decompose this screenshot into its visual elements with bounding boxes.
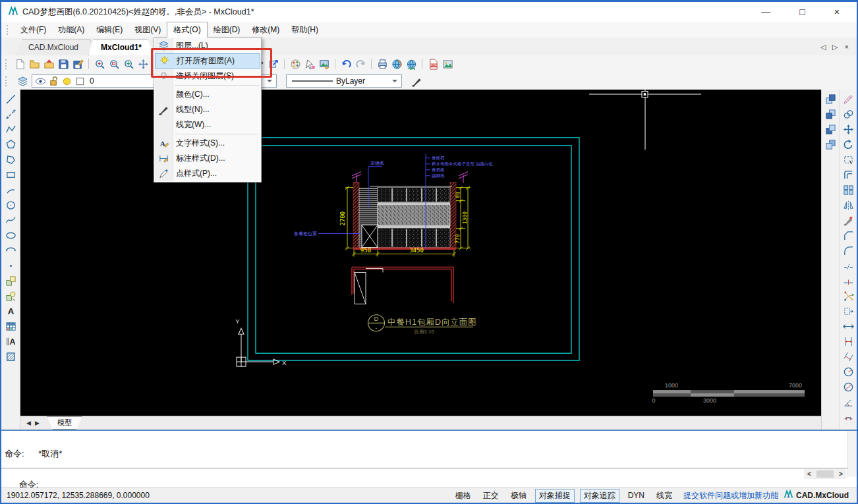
menu-format[interactable]: 格式(O)	[167, 22, 207, 38]
dim-diameter-icon[interactable]	[842, 380, 855, 393]
table-icon[interactable]	[4, 320, 17, 333]
fillet-icon[interactable]	[842, 244, 855, 257]
point-icon[interactable]	[4, 259, 17, 272]
linetype-select[interactable]: ByLayer	[286, 74, 402, 88]
tab-next-icon[interactable]: ▷	[832, 43, 838, 51]
export-icon[interactable]	[267, 57, 280, 70]
rectangle-icon[interactable]	[4, 168, 17, 181]
dim-aligned-icon[interactable]	[842, 350, 855, 363]
pointer-select-icon[interactable]	[303, 57, 316, 70]
zoom-extents-icon[interactable]	[122, 57, 135, 70]
menu-file[interactable]: 文件(F)	[14, 22, 52, 38]
web-refresh-icon[interactable]	[405, 57, 418, 70]
draw-order-front-icon[interactable]	[824, 92, 837, 105]
menu-edit[interactable]: 编辑(E)	[90, 22, 129, 38]
polyline-icon[interactable]	[4, 123, 17, 136]
draw-order-above-icon[interactable]	[824, 123, 837, 136]
toggle-ortho[interactable]: 正交	[480, 490, 502, 502]
match-properties-icon[interactable]	[842, 213, 855, 227]
image-export-icon[interactable]	[441, 57, 454, 70]
zoom-window-icon[interactable]	[107, 57, 121, 70]
polygon-icon[interactable]	[4, 138, 17, 151]
tab-mxcloud1[interactable]: MxCloud1*	[88, 40, 154, 55]
model-tab[interactable]: 模型	[47, 416, 82, 430]
menu-modify[interactable]: 修改(M)	[246, 22, 285, 38]
chamfer-icon[interactable]	[842, 229, 855, 242]
toggle-lineweight[interactable]: 线宽	[653, 490, 675, 502]
xline-icon[interactable]	[4, 107, 17, 121]
redo-icon[interactable]	[354, 57, 367, 70]
layers-icon[interactable]	[16, 74, 29, 88]
palette-icon[interactable]	[289, 57, 302, 70]
command-vscrollbar[interactable]	[847, 431, 857, 477]
menu-item-open-all-layers[interactable]: 打开所有图层(A)	[155, 53, 260, 69]
tab-close-icon[interactable]: ×	[845, 43, 849, 51]
menu-item-lineweight[interactable]: 线宽(W)...	[155, 117, 260, 132]
scroll-left-icon[interactable]: <	[804, 470, 815, 478]
offset-icon[interactable]	[842, 168, 855, 181]
move-icon[interactable]	[842, 123, 855, 136]
circle-icon[interactable]	[4, 198, 17, 211]
arc-icon[interactable]	[4, 183, 17, 196]
freeform-polygon-icon[interactable]	[4, 153, 17, 166]
rotate-icon[interactable]	[842, 138, 855, 151]
menu-item-dim-style[interactable]: 标注样式(D)...	[155, 151, 260, 166]
dim-radius-icon[interactable]	[842, 365, 855, 378]
open-file-icon[interactable]	[28, 57, 41, 70]
image-save-icon[interactable]	[318, 57, 331, 70]
model-prev-icon[interactable]: ◀	[24, 420, 33, 426]
menu-draw[interactable]: 绘图(D)	[208, 22, 246, 38]
select-window-icon[interactable]	[842, 153, 855, 166]
ellipse-icon[interactable]	[4, 229, 17, 242]
hatch-icon[interactable]	[4, 350, 17, 363]
dim-arc-icon[interactable]	[842, 410, 855, 424]
minimize-button[interactable]: —	[761, 7, 770, 17]
linetype-brush-icon[interactable]	[410, 74, 423, 88]
draw-order-below-icon[interactable]	[824, 138, 837, 151]
new-file-icon[interactable]	[13, 57, 26, 70]
toggle-polar[interactable]: 极轴	[507, 490, 530, 502]
make-block-icon[interactable]	[4, 289, 17, 302]
toggle-grid[interactable]: 栅格	[452, 490, 474, 502]
break-at-point-icon[interactable]	[842, 274, 855, 287]
lengthen-icon[interactable]	[842, 320, 855, 333]
feedback-link[interactable]: 提交软件问题或增加新功能	[683, 490, 778, 501]
command-window[interactable]: 命令: *取消* 命令: *取消* 命令: *取消* 命令: *取消* 命令: …	[1, 430, 857, 488]
draw-order-back-icon[interactable]	[824, 107, 837, 121]
pdf-export-icon[interactable]: PDF	[426, 57, 440, 70]
chevron-down-icon[interactable]	[265, 76, 275, 86]
chevron-down-icon[interactable]	[390, 76, 400, 86]
command-hscrollbar[interactable]: < >	[804, 469, 846, 479]
toggle-dyn[interactable]: DYN	[625, 490, 648, 501]
mtext-icon[interactable]: A	[4, 335, 17, 348]
tab-cad-mxcloud[interactable]: CAD.MxCloud	[16, 40, 91, 55]
mirror-icon[interactable]	[842, 198, 855, 211]
menu-item-point-style[interactable]: 点样式(P)...	[155, 166, 260, 181]
close-button[interactable]: ×	[834, 7, 840, 17]
copy-icon[interactable]	[842, 107, 855, 121]
menu-item-color[interactable]: 颜色(C)...	[155, 87, 260, 102]
dim-angular-icon[interactable]	[842, 395, 855, 408]
text-icon[interactable]: A	[4, 304, 17, 318]
array-icon[interactable]	[842, 183, 855, 196]
insert-block-icon[interactable]	[4, 274, 17, 287]
scroll-right-icon[interactable]: >	[836, 470, 846, 478]
web-icon[interactable]	[390, 57, 403, 70]
pan-icon[interactable]	[136, 57, 150, 70]
model-next-icon[interactable]: ▶	[33, 420, 42, 426]
break-icon[interactable]	[842, 259, 855, 272]
printer-icon[interactable]	[376, 57, 389, 70]
scrollbar-thumb[interactable]	[816, 470, 834, 478]
line-icon[interactable]	[4, 92, 17, 105]
spline-icon[interactable]	[4, 213, 17, 227]
toggle-osnap[interactable]: 对象捕捉	[535, 489, 575, 503]
menu-item-layers[interactable]: 图层...(L)	[155, 38, 260, 53]
menu-item-text-style[interactable]: A文字样式(S)...	[155, 136, 260, 151]
maximize-button[interactable]: □	[799, 7, 805, 17]
menu-function[interactable]: 功能(A)	[52, 22, 90, 38]
menu-help[interactable]: 帮助(H)	[285, 22, 324, 38]
undo-icon[interactable]	[339, 57, 353, 70]
menu-item-select-close-layers[interactable]: 选择关闭图层(S)	[155, 69, 260, 84]
save-icon[interactable]	[57, 57, 70, 70]
erase-icon[interactable]	[842, 92, 855, 105]
